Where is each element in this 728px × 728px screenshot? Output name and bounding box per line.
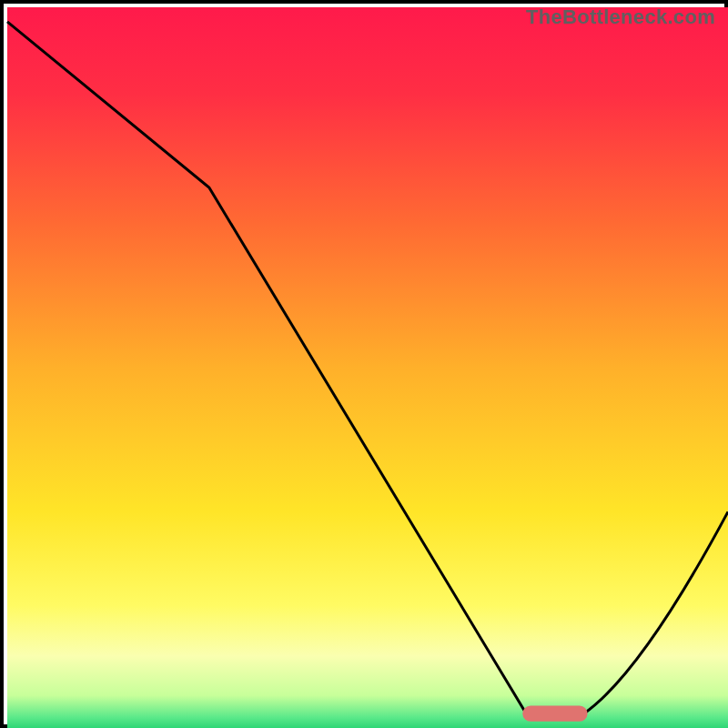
watermark-label: TheBottleneck.com — [526, 5, 715, 29]
gradient-background — [7, 7, 728, 728]
chart-frame: TheBottleneck.com — [0, 0, 728, 728]
bottleneck-chart — [4, 4, 728, 728]
optimal-zone-marker — [522, 705, 587, 721]
